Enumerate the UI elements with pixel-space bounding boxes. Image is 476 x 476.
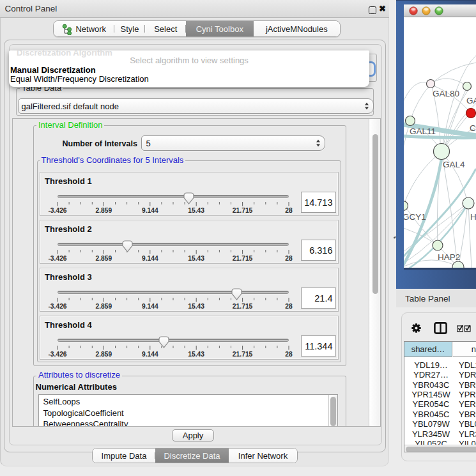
svg-text:C: C xyxy=(470,123,476,133)
svg-text:21.715: 21.715 xyxy=(232,206,252,213)
svg-text:GAL11: GAL11 xyxy=(410,127,436,136)
svg-text:2.859: 2.859 xyxy=(95,206,112,213)
svg-text:-3.426: -3.426 xyxy=(48,206,66,213)
svg-text:H: H xyxy=(470,212,476,222)
svg-text:9.144: 9.144 xyxy=(141,206,158,213)
svg-text:15.43: 15.43 xyxy=(188,206,204,213)
svg-text:HAP2: HAP2 xyxy=(438,252,460,262)
svg-text:28: 28 xyxy=(285,206,293,213)
svg-text:GAL80: GAL80 xyxy=(433,89,459,98)
svg-text:GCY1: GCY1 xyxy=(404,212,426,222)
svg-text:GAL4: GAL4 xyxy=(443,160,465,169)
svg-text:GA: GA xyxy=(466,96,476,105)
